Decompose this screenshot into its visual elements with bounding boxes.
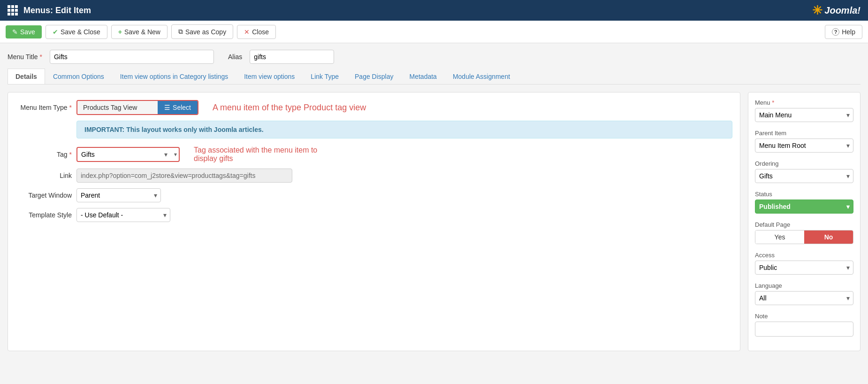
default-page-yes-button[interactable]: Yes — [755, 230, 804, 244]
info-box: IMPORTANT: This layout works only with J… — [76, 121, 732, 138]
select-icon: ☰ — [164, 104, 170, 111]
ordering-select[interactable]: Gifts — [755, 169, 853, 183]
default-page-label: Default Page — [755, 221, 853, 228]
access-label: Access — [755, 252, 853, 259]
grid-menu-icon[interactable] — [8, 5, 18, 15]
save-close-button[interactable]: ✔ Save & Close — [46, 25, 107, 39]
tag-select[interactable]: Gifts — [77, 148, 171, 161]
ordering-label: Ordering — [755, 160, 853, 167]
save-close-label: Save & Close — [61, 28, 100, 36]
default-page-section: Default Page Yes No — [755, 221, 853, 244]
menu-section: Menu * Main Menu — [755, 99, 853, 122]
save-label: Save — [20, 28, 35, 36]
menu-title-label: Menu Title * — [8, 53, 42, 61]
tag-description: Tag associated with the menu item to dis… — [194, 146, 335, 163]
parent-item-section: Parent Item Menu Item Root — [755, 130, 853, 153]
template-style-row: Template Style - Use Default - — [15, 208, 732, 222]
target-window-select-wrapper: Parent — [76, 188, 161, 202]
side-panel: Menu * Main Menu Parent Item Menu Item R… — [748, 92, 860, 351]
target-window-label: Target Window — [15, 192, 72, 199]
default-page-toggle: Yes No — [755, 230, 853, 244]
menu-select[interactable]: Main Menu — [755, 108, 853, 122]
ordering-section: Ordering Gifts — [755, 160, 853, 183]
parent-item-select-wrapper: Menu Item Root — [755, 138, 853, 153]
language-label: Language — [755, 282, 853, 289]
access-select-wrapper: Public — [755, 261, 853, 275]
tab-details[interactable]: Details — [8, 69, 45, 84]
select-label: Select — [173, 104, 191, 111]
target-window-select[interactable]: Parent — [76, 188, 161, 202]
tag-select-box: Gifts ▾ — [76, 147, 180, 162]
tag-label: Tag * — [15, 151, 72, 158]
close-button[interactable]: ✕ Close — [237, 25, 276, 39]
link-row: Link — [15, 169, 732, 183]
main-layout: Menu Item Type * Products Tag View ☰ Sel… — [8, 92, 860, 351]
menu-item-type-row: Menu Item Type * Products Tag View ☰ Sel… — [15, 100, 732, 115]
app-title: Menus: Edit Item — [23, 6, 91, 15]
select-type-button[interactable]: ☰ Select — [158, 101, 198, 114]
help-icon: ? — [832, 28, 839, 36]
save-new-button[interactable]: + Save & New — [111, 25, 168, 39]
tab-page-display[interactable]: Page Display — [347, 69, 402, 84]
tab-item-view-category[interactable]: Item view options in Category listings — [112, 69, 236, 84]
joomla-text: Joomla! — [824, 5, 860, 16]
menu-item-type-description: A menu item of the type Product tag view — [213, 103, 366, 113]
alias-input[interactable] — [250, 50, 334, 64]
save-icon: ✎ — [12, 28, 18, 36]
status-label: Status — [755, 191, 853, 198]
note-input[interactable] — [755, 322, 853, 337]
topbar: Menus: Edit Item ✳ Joomla! — [0, 0, 868, 21]
save-copy-button[interactable]: ⧉ Save as Copy — [171, 24, 233, 39]
link-input[interactable] — [76, 169, 292, 183]
main-panel: Menu Item Type * Products Tag View ☰ Sel… — [8, 92, 740, 351]
menu-title-row: Menu Title * Alias — [8, 50, 860, 64]
close-label: Close — [252, 28, 269, 36]
menu-label: Menu * — [755, 99, 853, 106]
target-window-row: Target Window Parent — [15, 188, 732, 202]
plus-icon: + — [118, 28, 122, 36]
language-select-wrapper: All — [755, 291, 853, 305]
joomla-logo: ✳ Joomla! — [812, 3, 860, 18]
parent-item-label: Parent Item — [755, 130, 853, 137]
access-select[interactable]: Public — [755, 261, 853, 275]
alias-label: Alias — [228, 53, 242, 61]
toolbar: ✎ Save ✔ Save & Close + Save & New ⧉ Sav… — [0, 21, 868, 43]
access-section: Access Public — [755, 252, 853, 275]
link-label: Link — [15, 172, 72, 179]
tabs: Details Common Options Item view options… — [8, 69, 860, 84]
save-new-label: Save & New — [124, 28, 160, 36]
note-section: Note — [755, 313, 853, 337]
template-style-select[interactable]: - Use Default - — [76, 208, 170, 222]
save-button[interactable]: ✎ Save — [6, 25, 42, 38]
status-select-wrapper: Published ▾ — [755, 200, 853, 214]
menu-item-type-label: Menu Item Type * — [15, 104, 72, 111]
menu-item-type-box: Products Tag View ☰ Select — [76, 100, 198, 115]
copy-icon: ⧉ — [178, 28, 183, 36]
tab-common-options[interactable]: Common Options — [45, 69, 112, 84]
menu-title-input[interactable] — [50, 50, 214, 64]
status-section: Status Published ▾ — [755, 191, 853, 214]
ordering-select-wrapper: Gifts — [755, 169, 853, 183]
check-icon: ✔ — [53, 28, 58, 36]
template-style-select-wrapper: - Use Default - — [76, 208, 170, 222]
menu-item-type-value: Products Tag View — [77, 101, 158, 114]
tab-module-assignment[interactable]: Module Assignment — [445, 69, 518, 84]
info-box-text: IMPORTANT: This layout works only with J… — [84, 126, 264, 133]
status-select[interactable]: Published — [755, 200, 853, 214]
tag-row: Tag * Gifts ▾ Tag associated with the me… — [15, 146, 732, 163]
default-page-no-button[interactable]: No — [804, 230, 853, 244]
close-icon: ✕ — [244, 28, 250, 36]
save-copy-label: Save as Copy — [185, 28, 226, 36]
tab-metadata[interactable]: Metadata — [402, 69, 445, 84]
help-button[interactable]: ? Help — [825, 25, 862, 39]
parent-item-select[interactable]: Menu Item Root — [755, 138, 853, 153]
menu-select-wrapper: Main Menu — [755, 108, 853, 122]
tab-link-type[interactable]: Link Type — [303, 69, 347, 84]
side-panel-inner: Menu * Main Menu Parent Item Menu Item R… — [748, 92, 860, 351]
tab-item-view[interactable]: Item view options — [236, 69, 303, 84]
language-section: Language All — [755, 282, 853, 305]
template-style-label: Template Style — [15, 211, 72, 219]
language-select[interactable]: All — [755, 291, 853, 305]
note-label: Note — [755, 313, 853, 320]
help-label: Help — [842, 28, 855, 36]
